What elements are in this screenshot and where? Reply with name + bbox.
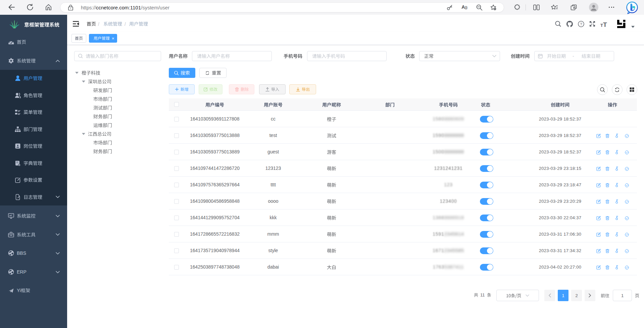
svg-text:?: ?	[580, 22, 582, 26]
